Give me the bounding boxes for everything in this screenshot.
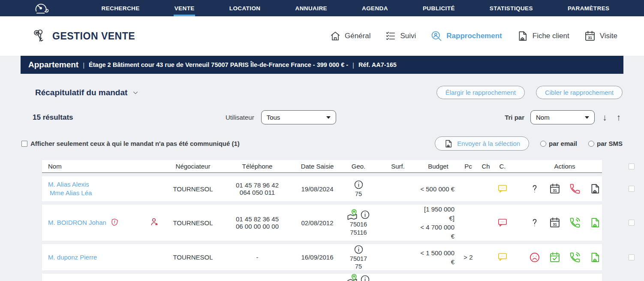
date-saisie-cell: 19/08/2024 bbox=[296, 185, 339, 193]
map-pin-icon[interactable] bbox=[346, 274, 358, 281]
sort-descending-icon[interactable]: ↓ bbox=[601, 112, 609, 123]
column-header-Budget: Budget bbox=[418, 163, 459, 170]
client-name-link[interactable]: M. duponz Pierre bbox=[48, 253, 97, 262]
nav-items: RECHERCHEVENTELOCATIONANNUAIREAGENDAPUBL… bbox=[84, 0, 627, 16]
doc-house-icon bbox=[517, 30, 529, 42]
doc-house-icon[interactable] bbox=[589, 183, 601, 195]
radio-circle-icon[interactable] bbox=[540, 141, 546, 147]
nav-item-vente[interactable]: VENTE bbox=[172, 0, 197, 16]
svg-text:31: 31 bbox=[553, 222, 557, 227]
calendar-31-icon[interactable]: 31 bbox=[549, 217, 561, 229]
calendar-31-icon[interactable]: 31 bbox=[549, 183, 561, 195]
nav-item-paramètres[interactable]: PARAMÈTRES bbox=[565, 0, 612, 16]
negotiator-cell: TOURNESOL bbox=[167, 185, 219, 193]
geo-cell: 75 bbox=[339, 179, 378, 198]
info-icon[interactable] bbox=[360, 274, 370, 281]
info-icon[interactable] bbox=[360, 209, 370, 220]
radio-par-sms[interactable]: par SMS bbox=[588, 140, 623, 147]
doc-house-icon bbox=[444, 139, 453, 148]
select-caret-icon bbox=[585, 116, 589, 119]
chat-red-icon[interactable] bbox=[497, 217, 508, 228]
results-table-header: NomNégociateurTéléphoneDate SaisieGeo.Su… bbox=[42, 160, 602, 173]
target-matching-button[interactable]: Cibler le rapprochement bbox=[536, 86, 623, 99]
row-checkbox[interactable] bbox=[629, 254, 635, 260]
property-details: Étage 2 Bâtiment cour 43 rue de Verneuil… bbox=[89, 61, 348, 68]
row-checkbox[interactable] bbox=[629, 220, 635, 226]
nav-item-publicité[interactable]: PUBLICITÉ bbox=[420, 0, 457, 16]
phone-ring-green-icon[interactable] bbox=[569, 251, 581, 263]
negotiator-cell: TOURNESOL bbox=[167, 219, 219, 227]
chevron-down-icon[interactable] bbox=[132, 89, 139, 97]
radio-circle-icon[interactable] bbox=[588, 141, 594, 147]
budget-cell: [1 950 000 €]< 4 700 000 € bbox=[418, 205, 459, 241]
nav-item-statistiques[interactable]: STATISTIQUES bbox=[487, 0, 536, 16]
actions-cell: 31 bbox=[511, 217, 618, 229]
geo-code: 75017 bbox=[350, 255, 367, 263]
column-header-Négociateur: Négociateur bbox=[167, 163, 219, 170]
user-filter-select[interactable]: Tous bbox=[261, 110, 336, 124]
info-icon[interactable] bbox=[353, 244, 364, 255]
comment-cell bbox=[494, 251, 511, 263]
phone-cell: 01 45 78 96 42064 050 011 bbox=[219, 181, 296, 196]
question-mark-icon[interactable] bbox=[529, 183, 541, 195]
row-checkbox[interactable] bbox=[629, 186, 635, 192]
gauge-logo-icon[interactable] bbox=[31, 1, 58, 15]
property-ref: Réf. AA7-165 bbox=[358, 61, 397, 68]
calendar-check-icon[interactable] bbox=[549, 251, 561, 263]
client-name-link[interactable]: Mme Alias Léa bbox=[50, 189, 92, 197]
question-mark-icon[interactable] bbox=[529, 217, 541, 229]
comment-cell bbox=[494, 217, 511, 229]
client-name-cell: M. duponz Pierre bbox=[42, 253, 141, 262]
info-icon[interactable] bbox=[353, 179, 364, 190]
keys-icon bbox=[32, 28, 46, 44]
filter-checkbox[interactable] bbox=[21, 141, 27, 147]
doc-house-green-icon[interactable] bbox=[589, 251, 601, 263]
chat-yellow-icon[interactable] bbox=[497, 183, 508, 194]
tab-label: Général bbox=[345, 32, 370, 40]
client-name-link[interactable]: M. Alias Alexis bbox=[48, 180, 89, 189]
phone-cell: - bbox=[219, 254, 296, 261]
nav-item-annuaire[interactable]: ANNUAIRE bbox=[292, 0, 329, 16]
tab-label: Rapprochement bbox=[446, 32, 502, 40]
geo-code: 75 bbox=[355, 190, 362, 198]
map-pin-icon[interactable] bbox=[346, 209, 358, 221]
table-row: M. duponz PierreTOURNESOL-16/09/20167501… bbox=[42, 244, 602, 270]
sad-face-icon[interactable] bbox=[529, 251, 541, 263]
tab-général[interactable]: Général bbox=[330, 30, 370, 42]
doc-house-green-icon[interactable] bbox=[589, 217, 601, 229]
nav-item-recherche[interactable]: RECHERCHE bbox=[99, 0, 142, 16]
geo-code: 75116 bbox=[350, 229, 367, 236]
row-select-cell bbox=[618, 220, 644, 226]
top-nav: RECHERCHEVENTELOCATIONANNUAIREAGENDAPUBL… bbox=[0, 0, 644, 16]
person-search-icon bbox=[430, 30, 442, 42]
tab-rapprochement[interactable]: Rapprochement bbox=[430, 30, 502, 42]
client-name-link[interactable]: M. BOIDRON Johan bbox=[48, 218, 119, 227]
tab-fiche-client[interactable]: Fiche client bbox=[517, 30, 569, 42]
property-banner: Appartement | Étage 2 Bâtiment cour 43 r… bbox=[21, 56, 623, 74]
radio-par-email[interactable]: par email bbox=[540, 140, 577, 147]
chat-yellow-icon[interactable] bbox=[497, 251, 508, 262]
column-header-Nom: Nom bbox=[42, 163, 141, 170]
expand-matching-button[interactable]: Élargir le rapprochement bbox=[436, 86, 525, 99]
row-select-cell bbox=[618, 254, 644, 260]
select-all-checkbox[interactable] bbox=[629, 163, 635, 169]
sort-ascending-icon[interactable]: ↑ bbox=[615, 112, 623, 123]
geo-code: 75 bbox=[355, 263, 362, 270]
person-house-icon[interactable] bbox=[149, 217, 160, 227]
budget-cell: < 500 000 € bbox=[418, 184, 459, 193]
phone-ring-green-icon[interactable] bbox=[569, 217, 581, 229]
page-title: GESTION VENTE bbox=[52, 30, 135, 42]
comment-cell bbox=[494, 183, 511, 195]
geo-cell: 7501675116 bbox=[339, 209, 378, 236]
send-to-selection-button[interactable]: Envoyer à la sélection bbox=[435, 136, 529, 151]
tab-suivi[interactable]: Suivi bbox=[385, 30, 416, 42]
tab-visite[interactable]: 31Visite bbox=[584, 30, 617, 42]
nav-item-agenda[interactable]: AGENDA bbox=[359, 0, 391, 16]
phone-red-icon[interactable] bbox=[569, 183, 581, 195]
column-header-Actions: Actions bbox=[511, 163, 618, 170]
svg-text:31: 31 bbox=[588, 36, 592, 40]
recap-section-title[interactable]: Récapitulatif du mandat bbox=[35, 88, 139, 97]
sort-select[interactable]: Nom bbox=[530, 110, 595, 124]
nav-item-location[interactable]: LOCATION bbox=[227, 0, 263, 16]
table-row: M. BOIDRON JohanTOURNESOL01 45 82 36 450… bbox=[42, 205, 602, 241]
